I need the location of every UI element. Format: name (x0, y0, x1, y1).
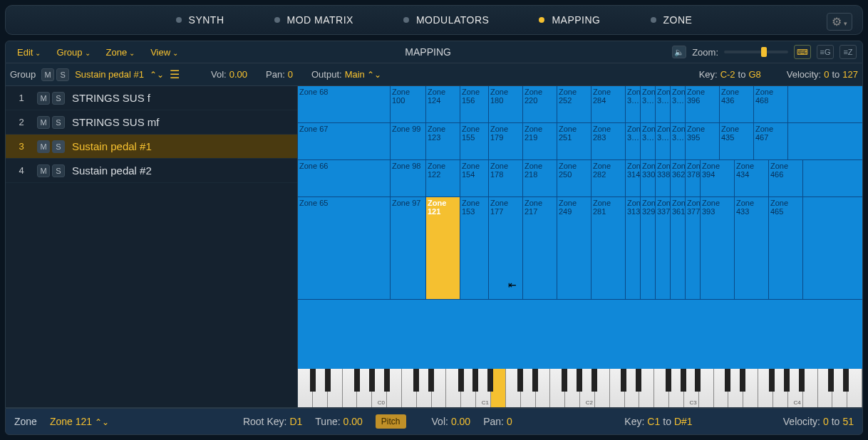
mute-button[interactable]: M (37, 140, 50, 153)
zone-cell[interactable]: Zone 153 (460, 197, 489, 299)
black-key[interactable] (428, 369, 434, 392)
zone-cell[interactable]: Zone 3… (671, 123, 686, 159)
zone-cell[interactable]: Zone 3… (656, 123, 671, 159)
black-key[interactable] (828, 369, 834, 392)
white-key[interactable] (803, 369, 818, 407)
black-key[interactable] (621, 369, 626, 392)
black-key[interactable] (591, 369, 597, 392)
zone-cell[interactable]: Zone 155 (460, 123, 489, 159)
group-key-lo[interactable]: C-2 (720, 69, 735, 80)
zone-cell[interactable]: Zone 178 (489, 160, 523, 197)
zone-cell[interactable]: Zone 466 (769, 160, 803, 197)
black-key[interactable] (532, 369, 538, 392)
tune-value[interactable]: 0.00 (343, 416, 363, 427)
zone-cell[interactable]: Zone 378 (686, 160, 701, 197)
group-row[interactable]: 3MSSustain pedal #1 (6, 135, 297, 159)
black-key[interactable] (472, 369, 478, 392)
white-key[interactable] (699, 369, 714, 407)
zone-cell[interactable]: Zone 122 (426, 160, 460, 197)
zone-cell[interactable]: Zone 252 (557, 86, 591, 122)
zone-cell[interactable]: Zone 283 (591, 123, 626, 159)
zone-cell[interactable]: Zone 433 (735, 197, 769, 299)
zone-cell[interactable]: Zone 177 (489, 197, 523, 299)
solo-button[interactable]: S (52, 140, 65, 153)
zone-cell[interactable]: Zone 97 (391, 197, 426, 299)
zone-vel-hi[interactable]: 51 (842, 416, 854, 427)
zone-cell[interactable]: Zone 98 (391, 160, 426, 197)
tab-zone[interactable]: ZONE (651, 14, 693, 26)
tab-mapping[interactable]: MAPPING (539, 14, 600, 26)
solo-button[interactable]: S (52, 92, 65, 105)
zone-cell[interactable]: Zone 217 (523, 197, 557, 299)
root-key-value[interactable]: D1 (289, 416, 302, 427)
black-key[interactable] (725, 369, 730, 392)
zone-cell[interactable]: Zone 124 (426, 86, 460, 122)
zone-vol-value[interactable]: 0.00 (451, 416, 470, 427)
group-row[interactable]: 2MSSTRINGS SUS mf (6, 110, 297, 135)
group-row[interactable]: 4MSSustain pedal #2 (6, 159, 297, 183)
pitch-button[interactable]: Pitch (376, 414, 406, 429)
zone-cell[interactable]: Zone 465 (769, 197, 803, 299)
black-key[interactable] (666, 369, 671, 392)
tab-synth[interactable]: SYNTH (176, 14, 224, 26)
black-key[interactable] (310, 369, 316, 392)
zone-pan-value[interactable]: 0 (507, 416, 512, 427)
zone-cell[interactable]: Zone 3… (641, 123, 656, 159)
black-key[interactable] (799, 369, 805, 392)
zone-cell[interactable]: Zone 154 (460, 160, 489, 197)
zone-cell[interactable]: Zone 329 (641, 197, 656, 299)
zone-cell[interactable]: Zone 396 (686, 86, 720, 122)
zone-cell[interactable]: Zone 377 (686, 197, 701, 299)
solo-button[interactable]: S (56, 68, 69, 81)
black-key[interactable] (458, 369, 464, 392)
zone-cell[interactable]: Zone 468 (754, 86, 788, 122)
black-key[interactable] (843, 369, 849, 392)
black-key[interactable] (695, 369, 701, 392)
zone-vel-lo[interactable]: 0 (823, 416, 829, 427)
black-key[interactable] (636, 369, 641, 392)
zone-cell[interactable]: Zone 121 (426, 197, 460, 299)
view-zone-button[interactable]: ≡Z (839, 45, 857, 59)
zone-cell[interactable]: Zone 394 (701, 160, 735, 197)
tab-mod-matrix[interactable]: MOD MATRIX (274, 14, 353, 26)
keyboard[interactable]: C0C1C2C3C4 (298, 369, 862, 407)
group-output-value[interactable]: Main ⌃⌄ (345, 69, 382, 80)
black-key[interactable] (577, 369, 582, 392)
white-key[interactable] (639, 369, 654, 407)
zone-cell[interactable]: Zone 3… (626, 123, 641, 159)
zone-cell[interactable]: Zone 395 (686, 123, 720, 159)
black-key[interactable] (769, 369, 775, 392)
group-menu[interactable]: Group⌄ (51, 45, 95, 60)
group-vel-hi[interactable]: 127 (842, 69, 858, 80)
white-key[interactable] (536, 369, 551, 407)
group-vel-lo[interactable]: 0 (824, 69, 829, 80)
black-key[interactable] (384, 369, 390, 392)
zone-cell[interactable]: Zone 66 (298, 160, 391, 197)
edit-menu[interactable]: Edit⌄ (11, 45, 46, 60)
view-group-button[interactable]: ≡G (817, 45, 834, 59)
solo-button[interactable]: S (52, 164, 65, 177)
group-vol-value[interactable]: 0.00 (229, 69, 247, 80)
zone-cell[interactable]: Zone 123 (426, 123, 460, 159)
zone-cell[interactable]: Zone 67 (298, 123, 391, 159)
zone-cell[interactable]: Zone 337 (656, 197, 671, 299)
black-key[interactable] (681, 369, 686, 392)
zone-cell[interactable]: Zone 467 (754, 123, 788, 159)
white-key[interactable] (847, 369, 862, 407)
mute-button[interactable]: M (37, 92, 50, 105)
group-name-select[interactable]: Sustain pedal #1 (75, 69, 144, 80)
white-key[interactable] (595, 369, 610, 407)
zone-cell[interactable]: Zone 251 (557, 123, 591, 159)
mute-button[interactable]: M (41, 68, 54, 81)
mute-button[interactable]: M (37, 116, 50, 129)
slider-thumb[interactable] (761, 47, 767, 57)
zone-grid[interactable]: ⇤ Zone 68Zone 100Zone 124Zone 156Zone 18… (298, 86, 862, 407)
zone-cell[interactable]: Zone 219 (523, 123, 557, 159)
zone-cell[interactable]: Zone 435 (720, 123, 754, 159)
zone-cell[interactable]: Zone 282 (591, 160, 626, 197)
zone-cell[interactable]: Zone 330 (641, 160, 656, 197)
zone-menu[interactable]: Zone⌄ (100, 45, 141, 60)
group-pan-value[interactable]: 0 (288, 69, 293, 80)
zone-cell[interactable]: Zone 3… (626, 86, 641, 122)
zone-cell[interactable]: Zone 281 (591, 197, 626, 299)
